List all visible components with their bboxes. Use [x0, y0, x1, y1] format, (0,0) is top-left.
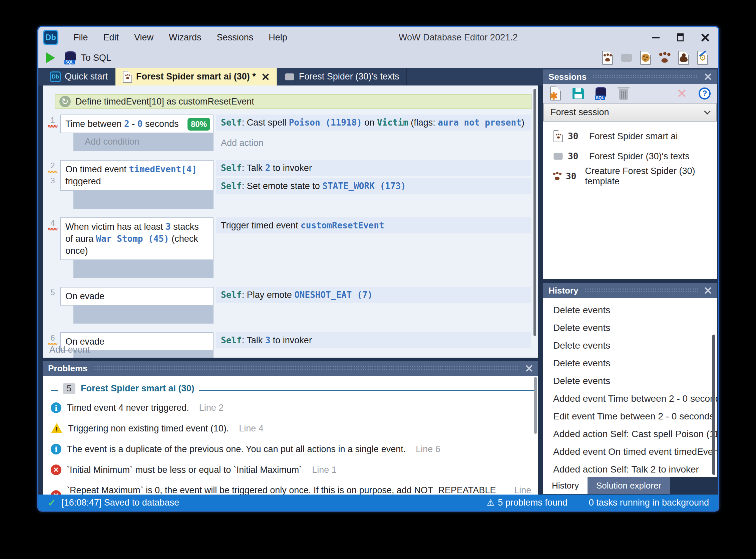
session-item-id: 30 — [568, 151, 589, 161]
help-icon[interactable]: ? — [697, 85, 712, 102]
tab-solution-explorer[interactable]: Solution explorer — [588, 477, 670, 494]
tab-quick-start[interactable]: Db Quick start — [43, 68, 115, 86]
gossip-doc-icon[interactable] — [638, 49, 653, 66]
session-to-sql-icon[interactable]: SQL — [593, 85, 609, 102]
chevron-down-icon — [704, 108, 711, 114]
close-tab-icon[interactable] — [262, 73, 269, 81]
problems-group-title[interactable]: Forest Spider smart ai (30) — [81, 383, 194, 394]
squiggle-error-icon — [48, 227, 57, 230]
session-item[interactable]: 30Forest Spider (30)'s texts — [543, 146, 717, 166]
add-event-button[interactable]: Add event — [49, 344, 90, 355]
database-settings-icon[interactable]: ⚙ — [695, 49, 710, 66]
tab-history[interactable]: History — [543, 477, 588, 494]
action-row[interactable]: Self: Talk 2 to invoker — [216, 160, 531, 176]
save-session-icon[interactable] — [570, 85, 586, 102]
text-segment: on — [362, 117, 377, 128]
text-segment: 2 — [124, 119, 129, 129]
menu-file[interactable]: File — [66, 27, 96, 48]
smart-script-doc-icon[interactable] — [600, 49, 615, 66]
close-button[interactable] — [701, 33, 710, 42]
history-item[interactable]: Delete events — [543, 319, 717, 337]
action-row[interactable]: Self: Talk 3 to invoker — [216, 332, 531, 348]
event-box[interactable]: On evade — [60, 287, 214, 306]
creature-paw-icon[interactable] — [657, 49, 672, 66]
menu-sessions[interactable]: Sessions — [209, 27, 261, 48]
editor-scrollbar[interactable] — [534, 89, 536, 336]
condition-area[interactable]: Add condition — [73, 133, 214, 151]
problem-item[interactable]: `Repeat Maximum` is 0, the event will be… — [51, 485, 538, 495]
text-segment: ) — [521, 117, 524, 128]
close-panel-icon[interactable] — [704, 287, 712, 294]
history-item[interactable]: Added action Self: Talk 2 to invoker — [543, 461, 717, 477]
chat-bubble-icon[interactable] — [619, 49, 634, 66]
line-number-text: 5 — [50, 288, 55, 297]
delete-session-icon[interactable] — [616, 85, 631, 102]
condition-area[interactable] — [73, 351, 214, 358]
history-item[interactable]: Edit event Time between 2 - 0 seconds — [543, 407, 717, 425]
action-row[interactable]: Self: Set emote state to STATE_WORK (173… — [216, 178, 531, 194]
problem-item[interactable]: Timed event 4 never triggered.Line 2 — [51, 402, 538, 413]
problems-scrollbar[interactable] — [534, 377, 537, 434]
session-item[interactable]: 30Creature Forest Spider (30) template — [543, 166, 717, 186]
condition-area[interactable] — [73, 306, 214, 323]
run-icon[interactable] — [46, 52, 55, 64]
panel-texture — [585, 288, 698, 293]
menu-wizards[interactable]: Wizards — [161, 27, 209, 48]
menu-view[interactable]: View — [126, 27, 161, 48]
text-segment: to invoker — [270, 335, 312, 345]
close-panel-icon[interactable] — [525, 365, 533, 372]
to-sql-button[interactable]: To SQL — [81, 53, 111, 63]
squiggle-error-icon — [48, 125, 57, 128]
history-item[interactable]: Delete events — [543, 372, 717, 390]
problems-found-status[interactable]: ⚠5 problems found — [487, 497, 567, 508]
event-box[interactable]: When victim has at least 3 stacks of aur… — [60, 217, 214, 260]
new-session-icon[interactable]: ✱ — [548, 85, 563, 102]
action-row[interactable]: Self: Play emote ONESHOT_EAT (7) — [216, 287, 531, 303]
event-box[interactable]: On timed event timedEvent[4] triggered — [60, 160, 214, 191]
history-item[interactable]: Added event Time between 2 - 0 seconds — [543, 390, 717, 407]
menu-edit[interactable]: Edit — [96, 27, 127, 48]
history-item[interactable]: Delete events — [543, 337, 717, 354]
tab-forest-spider-texts[interactable]: Forest Spider (30)'s texts — [277, 68, 407, 86]
text-segment: to invoker — [270, 163, 312, 173]
actions-column: Self: Talk 3 to invoker — [216, 332, 531, 358]
history-item[interactable]: Delete events — [543, 354, 717, 372]
action-row[interactable]: Self: Cast spell Poison (11918) on Victi… — [216, 114, 531, 131]
define-banner[interactable]: Define timedEvent[10] as customResetEven… — [55, 94, 531, 109]
sql-database-icon[interactable]: SQL — [64, 51, 76, 64]
tab-forest-spider-smart-ai[interactable]: Forest Spider smart ai (30) * — [115, 68, 277, 86]
maximize-button[interactable] — [677, 33, 684, 41]
event-box[interactable]: Time between 2 - 0 seconds80% — [60, 114, 214, 133]
event-column: When victim has at least 3 stacks of aur… — [60, 217, 214, 278]
history-item[interactable]: Added event On timed event timedEvent[4]… — [543, 443, 717, 461]
problem-item[interactable]: Triggering non existing timed event (10)… — [51, 423, 538, 434]
text-segment: seconds — [142, 119, 179, 129]
text-segment: War Stomp (45) — [96, 234, 169, 244]
history-item[interactable]: Delete events — [543, 301, 717, 319]
add-action-button[interactable]: Add action — [216, 133, 531, 148]
condition-area[interactable] — [73, 260, 214, 278]
action-row[interactable]: Trigger timed event customResetEvent — [216, 217, 531, 233]
text-segment: On evade — [65, 291, 104, 301]
text-segment: Time between — [65, 119, 124, 129]
success-check-icon: ✓ — [48, 497, 56, 509]
session-selector[interactable]: Forest session — [543, 103, 717, 121]
app-logo-icon: Db — [43, 30, 58, 45]
disconnect-icon[interactable]: ✕ — [674, 85, 690, 102]
problem-item[interactable]: The event is a duplicate of the previous… — [51, 444, 538, 454]
condition-area[interactable] — [73, 191, 214, 209]
text-segment: STATE_WORK (173) — [322, 181, 406, 191]
history-scrollbar[interactable] — [712, 335, 715, 475]
minimize-button[interactable] — [652, 37, 660, 38]
background-tasks-status: 0 tasks running in background — [589, 497, 709, 508]
history-item[interactable]: Added action Self: Cast spell Poison (11… — [543, 425, 717, 443]
problem-item[interactable]: `Initial Minimum` must be less or equal … — [51, 465, 538, 475]
close-panel-icon[interactable] — [704, 73, 712, 81]
loot-doc-icon[interactable] — [676, 49, 691, 66]
window-title: WoW Database Editor 2021.2 — [399, 32, 518, 43]
menu-help[interactable]: Help — [261, 27, 295, 48]
session-selector-value: Forest session — [550, 107, 609, 117]
text-segment: timedEvent[4] — [129, 164, 197, 174]
text-segment: When victim has at least — [65, 222, 165, 232]
session-item[interactable]: 30Forest Spider smart ai — [543, 126, 717, 146]
